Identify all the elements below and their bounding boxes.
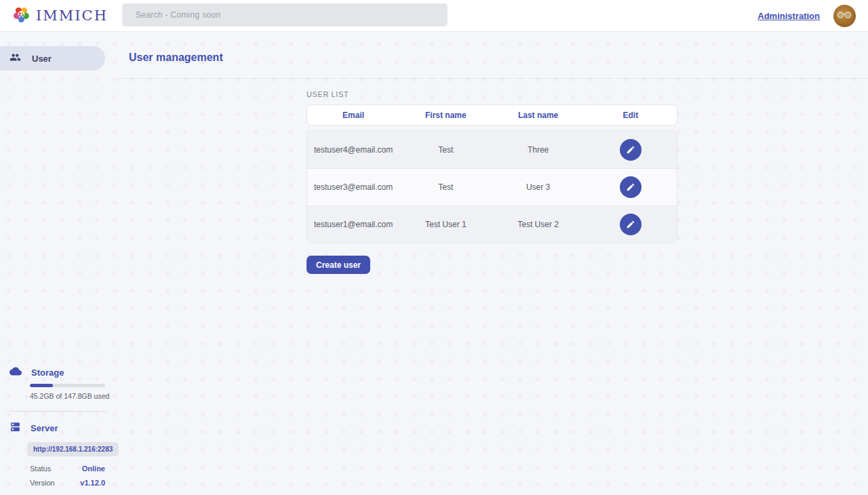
title-divider	[116, 78, 868, 79]
search-input[interactable]: Search - Coming soon	[122, 3, 448, 26]
people-icon	[9, 52, 21, 66]
page-title: User management	[129, 52, 868, 64]
table-row: testuser3@email.com Test User 3	[307, 168, 677, 205]
storage-progress-bar	[30, 384, 105, 387]
main-content: User management USER LIST Email First na…	[116, 32, 868, 495]
user-table-header: Email First name Last name Edit	[307, 104, 677, 125]
column-header-edit: Edit	[585, 111, 677, 120]
server-title: Server	[31, 423, 58, 433]
sidebar-item-user[interactable]: User	[0, 46, 105, 71]
table-row: testuser1@email.com Test User 1 Test Use…	[307, 205, 677, 243]
column-header-first-name: First name	[399, 111, 492, 120]
cell-first-name: Test	[399, 145, 492, 155]
storage-usage-text: 45.2GB of 147.8GB used	[30, 392, 116, 400]
user-list-label: USER LIST	[307, 90, 677, 98]
server-version-value: v1.12.0	[80, 479, 105, 487]
cell-email: testuser1@email.com	[307, 220, 399, 229]
cell-first-name: Test User 1	[399, 220, 492, 229]
server-status-label: Status	[30, 464, 51, 473]
glasses-icon	[837, 11, 852, 19]
cell-email: testuser3@email.com	[307, 182, 399, 192]
app-header: IMMICH Search - Coming soon Administrati…	[0, 0, 868, 32]
server-version-label: Version	[30, 479, 55, 487]
pencil-icon	[626, 220, 635, 229]
column-header-email: Email	[307, 111, 399, 120]
avatar[interactable]	[833, 5, 856, 27]
server-icon	[9, 421, 21, 435]
administration-link[interactable]: Administration	[757, 11, 820, 21]
sidebar: User Storage 45.2GB of 147.8GB used Serv…	[0, 32, 116, 495]
sidebar-item-user-label: User	[32, 54, 52, 64]
cell-first-name: Test	[399, 182, 492, 192]
brand-name: IMMICH	[36, 7, 108, 24]
search-placeholder: Search - Coming soon	[136, 10, 220, 20]
pencil-icon	[626, 145, 635, 155]
storage-title: Storage	[31, 368, 64, 378]
immich-logo[interactable]: IMMICH	[0, 5, 110, 26]
pencil-icon	[626, 182, 635, 192]
flower-icon	[12, 5, 31, 26]
cell-last-name: Three	[492, 145, 585, 155]
edit-user-button[interactable]	[620, 214, 642, 235]
server-status-value: Online	[82, 464, 105, 473]
column-header-last-name: Last name	[492, 111, 585, 120]
table-row: testuser4@email.com Test Three	[307, 131, 677, 168]
storage-progress-fill	[30, 384, 53, 387]
sidebar-divider	[9, 411, 106, 412]
edit-user-button[interactable]	[620, 176, 642, 198]
user-table: testuser4@email.com Test Three testuser3…	[307, 130, 677, 243]
edit-user-button[interactable]	[620, 139, 642, 161]
server-url[interactable]: http://192.168.1.216:2283	[27, 442, 119, 456]
create-user-button[interactable]: Create user	[307, 256, 370, 274]
cell-last-name: Test User 2	[492, 220, 585, 229]
cell-email: testuser4@email.com	[307, 145, 399, 155]
cell-last-name: User 3	[492, 182, 585, 192]
cloud-icon	[9, 366, 22, 378]
